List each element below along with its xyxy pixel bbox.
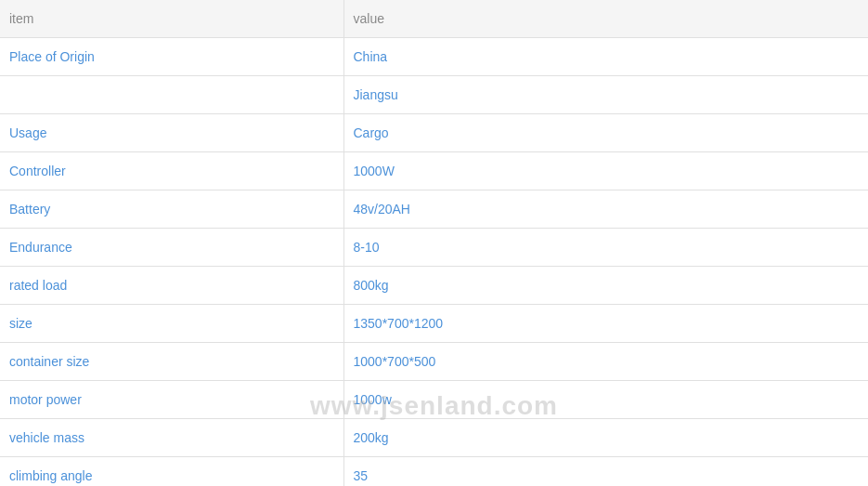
header-value-cell: value (343, 0, 868, 38)
table-row: size 1350*700*1200 (0, 305, 868, 343)
table-row: Jiangsu (0, 76, 868, 114)
item-cell: motor power (0, 381, 343, 419)
value-cell: 200kg (343, 419, 868, 457)
item-cell: Place of Origin (0, 38, 343, 76)
item-cell: Usage (0, 114, 343, 152)
item-cell: Endurance (0, 229, 343, 267)
item-cell (0, 76, 343, 114)
item-cell: Battery (0, 190, 343, 229)
value-cell: 48v/20AH (343, 190, 868, 229)
table-row: Controller 1000W (0, 152, 868, 190)
value-cell: China (343, 38, 868, 76)
table-row: motor power 1000w (0, 381, 868, 419)
table-row: climbing angle 35 (0, 457, 868, 487)
value-cell: 1350*700*1200 (343, 305, 868, 343)
table-row: container size 1000*700*500 (0, 343, 868, 381)
table-header-row: item value (0, 0, 868, 38)
table-row: Endurance 8-10 (0, 229, 868, 267)
item-cell: size (0, 305, 343, 343)
item-cell: rated load (0, 267, 343, 305)
table-row: Usage Cargo (0, 114, 868, 152)
table-row: rated load 800kg (0, 267, 868, 305)
value-cell: 8-10 (343, 229, 868, 267)
item-cell: container size (0, 343, 343, 381)
value-cell: Cargo (343, 114, 868, 152)
value-cell: 1000*700*500 (343, 343, 868, 381)
item-cell: climbing angle (0, 457, 343, 487)
item-cell: vehicle mass (0, 419, 343, 457)
value-cell: Jiangsu (343, 76, 868, 114)
value-cell: 1000W (343, 152, 868, 190)
value-cell: 1000w (343, 381, 868, 419)
header-item-cell: item (0, 0, 343, 38)
value-cell: 800kg (343, 267, 868, 305)
table-row: vehicle mass 200kg (0, 419, 868, 457)
value-cell: 35 (343, 457, 868, 487)
item-cell: Controller (0, 152, 343, 190)
table-row: Place of Origin China (0, 38, 868, 76)
spec-table: item value Place of Origin China Jiangsu… (0, 0, 868, 486)
table-row: Battery 48v/20AH (0, 190, 868, 229)
